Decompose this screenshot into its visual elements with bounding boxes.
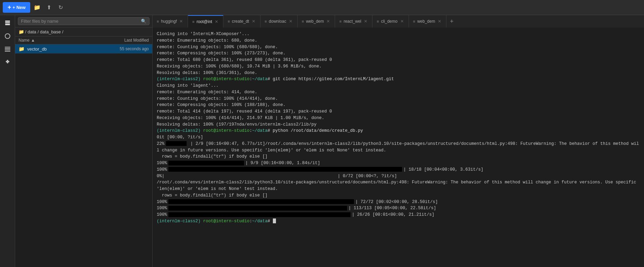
sidebar-icon-circle[interactable] <box>2 30 13 42</box>
svg-rect-2 <box>5 24 10 25</box>
terminal-line-25: 100%| 72/72 [00:02<00:00, 28.50it/s] <box>157 199 640 205</box>
tab-web-dem-2[interactable]: ≡ web_dem ✕ <box>409 15 446 28</box>
search-box[interactable]: 🔍 <box>18 17 149 25</box>
terminal-line-20: 100%| 9/9 [00:16<00:00, 1.84s/it] <box>157 160 640 167</box>
tab-close-root-int[interactable]: ✕ <box>214 19 219 24</box>
tab-icon-web-dem-1: ≡ <box>302 19 304 23</box>
file-panel: 🔍 📁 / data / data_base / Name ▲ Last Mod… <box>15 15 153 267</box>
sidebar-icon-list[interactable] <box>2 43 13 55</box>
name-column-header[interactable]: Name ▲ <box>19 38 101 43</box>
tab-icon-create-dt: ≡ <box>227 19 230 23</box>
plus-icon: + <box>8 4 11 11</box>
tab-label-create-dt: create_dt <box>232 19 249 24</box>
search-icon: 🔍 <box>141 19 146 24</box>
file-toolbar: 🔍 <box>15 15 152 28</box>
svg-rect-5 <box>5 48 10 49</box>
terminal-line-22: 0%|| 0/72 [00:00<?, ?it/s] <box>157 173 640 180</box>
tab-cli-demo[interactable]: ≡ cli_demo ✕ <box>373 15 409 28</box>
terminal-line-9: Cloning into 'lagent'... <box>157 83 640 89</box>
file-modified: 55 seconds ago <box>101 46 149 51</box>
tab-label-root-int: root@int <box>197 19 212 24</box>
top-bar: + + New 📁 ⬆ ↻ <box>0 0 644 15</box>
terminal-line-13: remote: Total 414 (delta 197), reused 41… <box>157 108 640 115</box>
terminal-line-28: (internlm-class2) root@intern-studio:~/d… <box>157 218 640 225</box>
tab-close-react-wel[interactable]: ✕ <box>363 19 368 24</box>
tab-icon-cli-demo: ≡ <box>377 19 379 23</box>
terminal-line-24: rows = body.findall("tr") if body else [… <box>157 192 640 199</box>
terminal-area: ≡ huggingf ✕ ≡ root@int ✕ ≡ create_dt ✕ … <box>153 15 644 267</box>
terminal-line-6: Receiving objects: 100% (680/680), 10.74… <box>157 63 640 70</box>
tab-react-wel[interactable]: ≡ react_wel ✕ <box>335 15 373 28</box>
sidebar-icon-files[interactable] <box>2 17 13 29</box>
svg-rect-1 <box>5 22 10 23</box>
refresh-icon[interactable]: ↻ <box>56 3 65 12</box>
tab-create-dt[interactable]: ≡ create_dt ✕ <box>223 15 260 28</box>
terminal-line-5: remote: Total 680 (delta 361), reused 68… <box>157 57 640 63</box>
sort-icon: ▲ <box>31 38 35 43</box>
tab-bar: ≡ huggingf ✕ ≡ root@int ✕ ≡ create_dt ✕ … <box>153 15 644 28</box>
tab-close-create-dt[interactable]: ✕ <box>251 19 256 24</box>
file-name: vector_db <box>27 46 101 52</box>
svg-rect-4 <box>5 47 10 47</box>
tab-downloac[interactable]: ≡ downloac ✕ <box>260 15 298 28</box>
terminal-line-12: remote: Compressing objects: 100% (188/1… <box>157 102 640 108</box>
modified-column-header: Last Modified <box>101 38 149 43</box>
breadcrumb-folder-icon: 📁 <box>19 29 24 34</box>
folder-icon: 📁 <box>19 46 24 52</box>
file-item-vector-db[interactable]: 📁 vector_db 55 seconds ago <box>15 44 152 54</box>
terminal-line-1: Cloning into 'InternLM-XComposer'... <box>157 31 640 38</box>
tab-icon-root-int: ≡ <box>192 20 194 24</box>
tab-close-web-dem-1[interactable]: ✕ <box>326 19 331 24</box>
tab-icon-huggingf: ≡ <box>157 19 159 23</box>
tab-close-downloac[interactable]: ✕ <box>288 19 293 24</box>
terminal-line-23: /root/.conda/envs/internlm-class2/lib/py… <box>157 179 640 192</box>
terminal-line-10: remote: Enumerating objects: 414, done. <box>157 89 640 96</box>
tab-huggingf[interactable]: ≡ huggingf ✕ <box>153 15 188 28</box>
terminal-line-15: Resolving deltas: 100% (197/197nda/envs/… <box>157 121 640 128</box>
main-layout: 🔍 📁 / data / data_base / Name ▲ Last Mod… <box>0 15 644 267</box>
terminal-line-11: remote: Counting objects: 100% (414/414)… <box>157 96 640 102</box>
terminal-line-3: remote: Counting objects: 100% (680/680)… <box>157 44 640 51</box>
svg-rect-6 <box>5 50 10 50</box>
terminal-line-7: Resolving deltas: 100% (361/361), done. <box>157 70 640 76</box>
breadcrumb: 📁 / data / data_base / <box>15 28 152 36</box>
upload-icon[interactable]: ⬆ <box>44 3 54 12</box>
tab-root-int[interactable]: ≡ root@int ✕ <box>188 15 223 28</box>
upload-folder-icon[interactable]: 📁 <box>32 3 42 12</box>
terminal-line-14: Receiving objects: 100% (414/414), 214.9… <box>157 115 640 121</box>
terminal-line-26: 100%| 113/113 [00:05<00:00, 22.58it/s] <box>157 205 640 212</box>
terminal-line-17: 0it [00:00, ?it/s] <box>157 134 640 141</box>
terminal-line-19: rows = body.findall("tr") if body else [… <box>157 153 640 160</box>
terminal-line-16: (internlm-class2) root@intern-studio:~/d… <box>157 128 640 134</box>
file-list-header: Name ▲ Last Modified <box>15 36 152 44</box>
tab-close-cli-demo[interactable]: ✕ <box>400 19 404 24</box>
tab-label-react-wel: react_wel <box>344 19 361 24</box>
svg-point-3 <box>5 34 10 39</box>
file-list: 📁 vector_db 55 seconds ago <box>15 44 152 267</box>
tab-label-web-dem-1: web_dem <box>306 19 324 24</box>
terminal-line-8: (internlm-class2) root@intern-studio:~/d… <box>157 76 640 83</box>
sidebar-icon-extensions[interactable] <box>2 56 13 68</box>
terminal-content[interactable]: Cloning into 'InternLM-XComposer'... rem… <box>153 28 644 267</box>
breadcrumb-path: / data / data_base / <box>25 29 63 34</box>
tab-web-dem-1[interactable]: ≡ web_dem ✕ <box>298 15 335 28</box>
terminal-line-4: remote: Compressing objects: 100% (273/2… <box>157 50 640 57</box>
terminal-line-21: 100%| 18/18 [00:04<00:00, 3.63it/s] <box>157 167 640 173</box>
tab-close-web-dem-2[interactable]: ✕ <box>437 19 442 24</box>
new-button[interactable]: + + New <box>3 2 30 13</box>
svg-rect-7 <box>5 51 10 52</box>
tab-close-huggingf[interactable]: ✕ <box>179 19 184 24</box>
sidebar-icons <box>0 15 15 267</box>
tab-icon-web-dem-2: ≡ <box>413 19 415 23</box>
svg-rect-0 <box>5 21 10 22</box>
tab-icon-downloac: ≡ <box>265 19 267 23</box>
tab-label-downloac: downloac <box>269 19 286 24</box>
tab-label-cli-demo: cli_demo <box>381 19 398 24</box>
tab-label-web-dem-2: web_dem <box>417 19 435 24</box>
terminal-line-2: remote: Enumerating objects: 680, done. <box>157 38 640 44</box>
terminal-line-27: 100%| 26/26 [00:01<00:00, 21.21it/s] <box>157 212 640 218</box>
tab-icon-react-wel: ≡ <box>339 19 341 23</box>
search-input[interactable] <box>21 19 139 24</box>
terminal-line-18: 22% | 2/9 [00:16<00:47, 6.77s/it]/root/.… <box>157 141 640 154</box>
tab-add-button[interactable]: + <box>446 15 457 28</box>
